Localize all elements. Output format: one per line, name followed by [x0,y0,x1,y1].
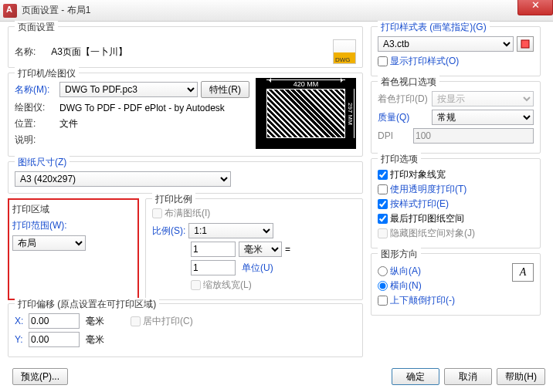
paper-size-group: 图纸尺寸(Z) [15,156,70,169]
printer-props-button[interactable]: 特性(R) [201,81,249,98]
where-value: 文件 [59,117,78,130]
opt-lineweight-label: 打印对象线宽 [390,169,446,180]
center-label: 居中打印(C) [143,316,193,326]
opt-transparency-label: 使用透明度打印(T) [390,184,466,194]
cancel-button[interactable]: 取消 [444,368,492,385]
scale-select[interactable]: 1:1 [188,223,273,238]
opt-bystyle-checkbox[interactable] [378,199,388,209]
opt-hide-checkbox [378,228,388,238]
opt-transparency-checkbox[interactable] [378,184,388,194]
close-button[interactable]: ✕ [517,0,553,15]
svg-rect-0 [521,40,529,48]
page-setup-group: 页面设置 [15,21,58,34]
plot-range-select[interactable]: 布局 [12,235,86,251]
shade-select: 按显示 [432,91,534,106]
plotter-label: 绘图仪: [15,101,56,114]
desc-label: 说明: [15,133,56,147]
printer-group: 打印机/绘图仪 [15,67,79,80]
center-checkbox [131,316,141,326]
printer-name-label: 名称(M): [15,83,56,96]
paper-size-select[interactable]: A3 (420x297) [15,171,231,187]
preview-width: 420 MM [266,79,345,88]
display-styles-label: 显示打印样式(O) [390,56,459,66]
scale-lineweight-label: 缩放线宽(L) [203,279,252,290]
x-label: X: [15,316,25,326]
preview-height: 297 MM [347,89,355,138]
shade-label: 着色打印(D) [378,93,429,106]
preview-button[interactable]: 预览(P)... [12,368,68,385]
display-styles-checkbox[interactable] [378,56,388,66]
app-icon [3,4,17,18]
style-table-select[interactable]: A3.ctb [378,36,514,52]
printer-name-select[interactable]: DWG To PDF.pc3 [59,82,198,97]
dwg-icon [333,39,356,64]
page-name-value: A3页面【一卜川】 [51,46,127,59]
options-group: 打印选项 [378,153,421,166]
offset-group: 打印偏移 (原点设置在可打印区域) [15,298,159,311]
style-table-group: 打印样式表 (画笔指定)(G) [378,21,490,34]
upside-checkbox[interactable] [378,296,388,306]
plotter-value: DWG To PDF - PDF ePlot - by Autodesk [59,103,225,113]
scale-unit-input[interactable] [191,260,236,275]
ok-button[interactable]: 确定 [392,368,439,385]
help-button[interactable]: 帮助(H) [497,368,545,385]
plot-scale-group: 打印比例 [152,193,195,206]
x-input[interactable] [29,313,80,329]
orient-group: 图形方向 [378,248,421,261]
dpi-label: DPI [378,130,410,141]
y-label: Y: [15,334,25,345]
quality-label: 质量(Q) [378,111,429,124]
page-name-label: 名称: [15,46,36,59]
plot-range-label: 打印范围(W): [12,219,134,232]
scale-label: 比例(S): [152,225,185,238]
pencil-icon [521,39,530,49]
x-unit: 毫米 [86,315,104,328]
orient-icon: A [512,263,534,282]
fit-to-paper-label: 布满图纸(I) [165,208,210,218]
where-label: 位置: [15,117,56,130]
fit-to-paper-checkbox [152,208,162,218]
landscape-radio[interactable] [378,281,388,291]
shaded-group: 着色视口选项 [378,76,439,89]
scale-mm-unit-select[interactable]: 毫米 [239,242,282,257]
y-input[interactable] [29,332,80,347]
portrait-radio[interactable] [378,266,388,276]
equals-sign: = [285,244,290,255]
opt-paperspace-checkbox[interactable] [378,214,388,224]
style-table-edit-button[interactable] [517,36,534,52]
dpi-input [413,128,534,144]
landscape-label: 横向(N) [390,280,422,291]
opt-paperspace-label: 最后打印图纸空间 [390,213,464,224]
portrait-label: 纵向(A) [390,265,421,276]
upside-label: 上下颠倒打印(-) [390,295,455,306]
opt-hide-label: 隐藏图纸空间对象(J) [390,228,475,238]
opt-bystyle-label: 按样式打印(E) [390,198,449,209]
scale-mm-input[interactable] [191,242,236,257]
y-unit: 毫米 [86,333,104,346]
scale-unit-label: 单位(U) [242,262,273,275]
opt-lineweight-checkbox[interactable] [378,170,388,180]
window-title: 页面设置 - 布局1 [22,4,90,17]
plot-area-group: 打印区域 [12,203,134,216]
quality-select[interactable]: 常规 [432,110,534,125]
scale-lineweight-checkbox [191,280,201,290]
paper-preview: 420 MM 297 MM [256,78,356,149]
